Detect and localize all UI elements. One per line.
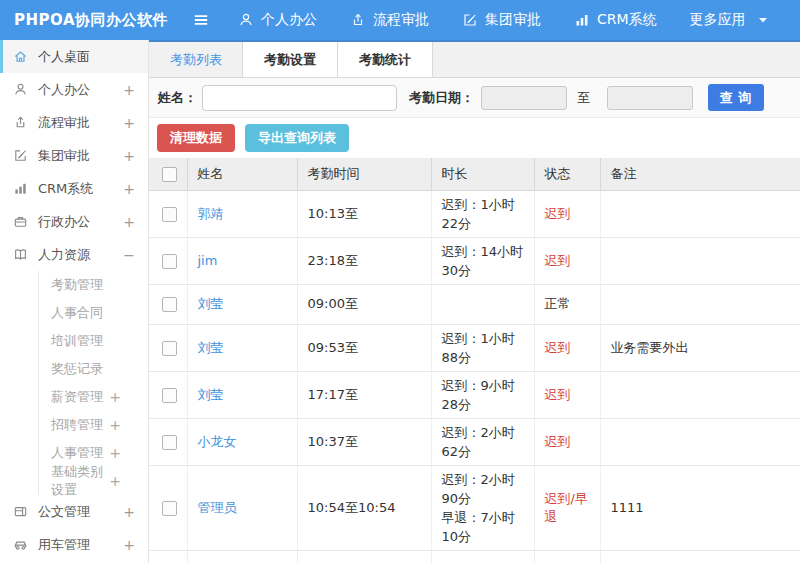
expand-icon[interactable]: +	[109, 417, 121, 433]
date-to-input[interactable]	[607, 86, 693, 110]
export-list-button[interactable]: 导出查询列表	[245, 124, 349, 152]
attendance-table: 姓名考勤时间时长状态备注 郭靖10:13至迟到：1小时22分迟到jim23:18…	[149, 158, 800, 563]
expand-icon[interactable]: +	[123, 214, 135, 230]
name-cell: 管理员	[187, 465, 297, 550]
tab[interactable]: 考勤列表	[149, 42, 243, 77]
employee-name-link[interactable]: 刘莹	[198, 296, 224, 311]
time-cell: 23:18至	[297, 237, 431, 284]
employee-name-link[interactable]: 刘莹	[198, 340, 224, 355]
sidebar-subitem-label: 奖惩记录	[51, 360, 103, 378]
expand-icon[interactable]: +	[123, 82, 135, 98]
briefcase-icon	[13, 214, 28, 229]
sidebar-subitem-label: 人事管理	[51, 444, 103, 462]
row-checkbox[interactable]	[162, 435, 177, 450]
sidebar-item[interactable]: 公文管理+	[0, 495, 148, 528]
name-filter-label: 姓名：	[158, 89, 197, 107]
sidebar-subitem[interactable]: 人事合同	[39, 299, 148, 327]
sidebar-subitem[interactable]: 奖惩记录	[39, 355, 148, 383]
expand-icon[interactable]: +	[109, 445, 121, 461]
header-nav-item[interactable]: 个人办公	[238, 11, 317, 29]
sidebar-item[interactable]: 集团审批+	[0, 139, 148, 172]
sidebar-submenu: 考勤管理人事合同培训管理奖惩记录薪资管理+招聘管理+人事管理+基础类别设置+	[38, 271, 148, 495]
collapse-icon[interactable]: −	[123, 247, 135, 263]
query-button[interactable]: 查 询	[708, 84, 764, 111]
sidebar-item[interactable]: 用车管理+	[0, 528, 148, 561]
name-cell: 郭靖	[187, 190, 297, 237]
duration-line: 迟到：1小时22分	[442, 195, 524, 233]
employee-name-link[interactable]: 小龙女	[198, 434, 237, 449]
note-cell	[600, 237, 800, 284]
clean-data-button[interactable]: 清理数据	[157, 124, 235, 152]
chart-icon	[574, 12, 590, 28]
status-cell: 迟到	[534, 371, 600, 418]
date-from-input[interactable]	[481, 86, 567, 110]
duration-cell: 迟到：1小时22分	[431, 190, 534, 237]
row-checkbox[interactable]	[162, 207, 177, 222]
sidebar-item-label: 个人桌面	[38, 48, 90, 66]
tab-strip: 考勤列表考勤设置考勤统计	[149, 42, 800, 78]
header-nav-item[interactable]: 更多应用	[690, 11, 771, 29]
duration-line: 迟到：9小时28分	[442, 376, 524, 414]
sidebar-subitem[interactable]: 考勤管理	[39, 271, 148, 299]
employee-name-link[interactable]: 刘莹	[198, 387, 224, 402]
sidebar-subitem[interactable]: 培训管理	[39, 327, 148, 355]
expand-icon[interactable]: +	[109, 473, 121, 489]
expand-icon[interactable]: +	[123, 181, 135, 197]
flow-icon	[350, 12, 366, 28]
column-header: 备注	[600, 158, 800, 190]
table-body: 郭靖10:13至迟到：1小时22分迟到jim23:18至迟到：14小时30分迟到…	[149, 190, 800, 563]
sidebar-item[interactable]: 人力资源−	[0, 238, 148, 271]
row-checkbox[interactable]	[162, 254, 177, 269]
select-all-checkbox[interactable]	[162, 167, 177, 182]
sidebar-subitem[interactable]: 招聘管理+	[39, 411, 148, 439]
sidebar-item[interactable]: 个人桌面	[0, 40, 148, 73]
sidebar-subitem[interactable]: 薪资管理+	[39, 383, 148, 411]
sidebar-item[interactable]: 行政办公+	[0, 205, 148, 238]
sidebar-item-label: 用车管理	[38, 536, 90, 554]
time-cell: 10:13至	[297, 190, 431, 237]
tab[interactable]: 考勤统计	[337, 42, 433, 77]
note-cell	[600, 371, 800, 418]
header-nav-item[interactable]: 集团审批	[462, 11, 541, 29]
sidebar-item[interactable]: 个人办公+	[0, 73, 148, 106]
row-checkbox[interactable]	[162, 341, 177, 356]
header-nav-item[interactable]: CRM系统	[574, 11, 657, 29]
hamburger-icon[interactable]	[192, 11, 210, 29]
header-nav-item[interactable]: 流程审批	[350, 11, 429, 29]
sidebar-item-label: 个人办公	[38, 81, 90, 99]
checkbox-column-header	[149, 158, 187, 190]
user-icon	[238, 12, 254, 28]
sidebar-subitem-label: 人事合同	[51, 304, 103, 322]
table-header-row: 姓名考勤时间时长状态备注	[149, 158, 800, 190]
note-cell	[600, 418, 800, 465]
sidebar-item-label: 行政办公	[38, 213, 90, 231]
name-cell: 刘莹	[187, 284, 297, 324]
column-header: 考勤时间	[297, 158, 431, 190]
employee-name-link[interactable]: jim	[198, 253, 218, 268]
expand-icon[interactable]: +	[109, 389, 121, 405]
app-title: PHPOA协同办公软件	[0, 11, 192, 30]
row-checkbox-cell	[149, 284, 187, 324]
status-cell: 正常	[534, 284, 600, 324]
row-checkbox-cell	[149, 237, 187, 284]
status-cell: 迟到	[534, 550, 600, 563]
employee-name-link[interactable]: 管理员	[198, 500, 237, 515]
edit-icon	[462, 12, 478, 28]
sidebar-subitem[interactable]: 基础类别设置+	[39, 467, 148, 495]
name-filter-input[interactable]	[202, 85, 397, 111]
sidebar-item[interactable]: 流程审批+	[0, 106, 148, 139]
expand-icon[interactable]: +	[123, 115, 135, 131]
row-checkbox[interactable]	[162, 501, 177, 516]
employee-name-link[interactable]: 郭靖	[198, 206, 224, 221]
expand-icon[interactable]: +	[123, 504, 135, 520]
tab[interactable]: 考勤设置	[242, 42, 338, 77]
row-checkbox[interactable]	[162, 388, 177, 403]
sidebar-item-label: CRM系统	[38, 180, 93, 198]
name-cell: jim	[187, 237, 297, 284]
note-cell	[600, 284, 800, 324]
expand-icon[interactable]: +	[123, 537, 135, 553]
row-checkbox-cell	[149, 465, 187, 550]
expand-icon[interactable]: +	[123, 148, 135, 164]
sidebar-item[interactable]: CRM系统+	[0, 172, 148, 205]
row-checkbox[interactable]	[162, 297, 177, 312]
